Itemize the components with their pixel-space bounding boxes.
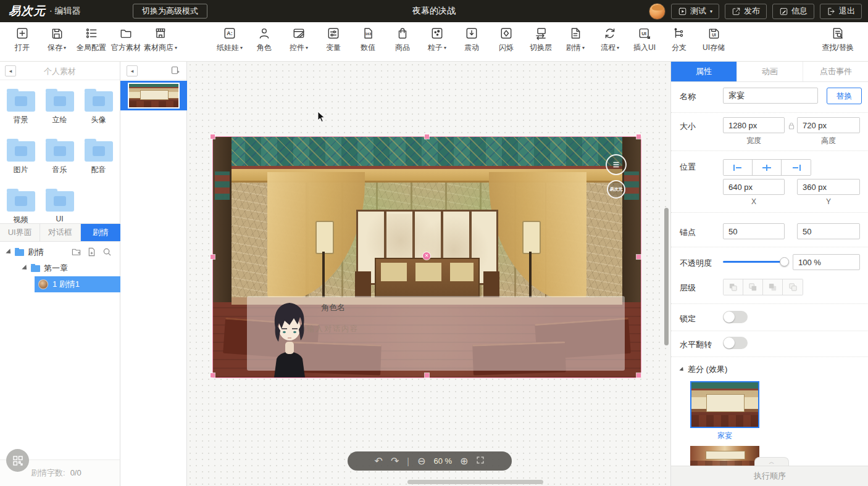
toolbar-item-store[interactable]: 素材商店▾ xyxy=(144,27,177,53)
add-folder-icon[interactable] xyxy=(72,247,81,257)
position-y-input[interactable] xyxy=(797,179,860,195)
toolbar-item-doc[interactable]: 剧情▾ xyxy=(559,27,591,53)
resize-handle-s[interactable] xyxy=(425,373,429,377)
toolbar-item-config[interactable]: 全局配置 xyxy=(75,27,107,53)
diff-variant-0[interactable]: 家宴 xyxy=(690,381,759,441)
toolbar-item-widget[interactable]: 控件▾ xyxy=(283,27,315,53)
page-thumbnail[interactable] xyxy=(128,83,180,109)
search-icon[interactable] xyxy=(102,247,112,257)
expand-triangle-icon[interactable] xyxy=(22,265,28,271)
link-size-icon[interactable] xyxy=(788,121,795,132)
zoom-out-button[interactable]: ⊖ xyxy=(417,456,425,466)
resize-handle-nw[interactable] xyxy=(211,134,215,139)
zoom-in-button[interactable]: ⊕ xyxy=(460,456,468,466)
tab-click-events[interactable]: 点击事件 xyxy=(803,62,868,81)
toolbar-item-open[interactable]: 打开 xyxy=(6,27,38,53)
asset-folder-5[interactable]: 配音 xyxy=(79,136,118,175)
asset-folder-6[interactable]: 视频 xyxy=(1,186,40,225)
diff-variant-partial[interactable] xyxy=(690,446,759,466)
expand-footer-tab[interactable]: ︿ xyxy=(754,457,789,466)
opacity-slider-knob[interactable] xyxy=(780,257,789,266)
toolbar-item-numdoc[interactable]: 163数值 xyxy=(352,27,384,53)
add-page-icon[interactable] xyxy=(170,65,180,78)
toolbar-item-branch[interactable]: 分支 xyxy=(663,27,695,53)
toolbar-item-find-replace[interactable]: 查找/替换 xyxy=(816,27,859,53)
collapse-pages-button[interactable]: ◂ xyxy=(127,65,138,76)
tab-dialog-box[interactable]: 对话框 xyxy=(40,224,80,241)
asset-folder-7[interactable]: UI xyxy=(40,186,79,225)
send-to-back-button[interactable] xyxy=(783,279,803,295)
position-x-input[interactable] xyxy=(723,179,785,195)
bring-to-front-button[interactable] xyxy=(724,279,743,295)
anchor-x-input[interactable] xyxy=(723,223,785,239)
resize-handle-w[interactable] xyxy=(211,255,215,259)
anchor-point-marker[interactable]: ✕ xyxy=(423,252,430,260)
info-button[interactable]: 信息 xyxy=(772,4,814,19)
qr-code-button[interactable] xyxy=(6,449,29,472)
bring-forward-button[interactable] xyxy=(743,279,763,295)
asset-folder-2[interactable]: 头像 xyxy=(79,86,118,125)
add-file-icon[interactable] xyxy=(87,247,96,257)
anchor-y-input[interactable] xyxy=(797,223,860,239)
scene-menu-button[interactable] xyxy=(606,154,627,175)
toolbar-item-save[interactable]: 保存▾ xyxy=(41,27,73,53)
height-input[interactable] xyxy=(797,117,860,133)
name-input[interactable] xyxy=(723,88,818,104)
toolbar-item-uisave[interactable]: UIUI存储 xyxy=(698,27,730,53)
asset-folder-0[interactable]: 背景 xyxy=(1,86,40,125)
switch-advanced-mode-button[interactable]: 切换为高级模式 xyxy=(133,4,207,19)
lock-toggle[interactable] xyxy=(723,311,748,323)
toolbar-item-sliders[interactable]: 变量 xyxy=(317,27,349,53)
align-center-button[interactable] xyxy=(753,160,782,175)
replace-button[interactable]: 替换 xyxy=(827,88,862,104)
align-left-button[interactable] xyxy=(724,160,753,175)
horizontal-scrollbar[interactable] xyxy=(407,480,543,484)
send-backward-button[interactable] xyxy=(763,279,783,295)
resize-handle-n[interactable] xyxy=(425,134,429,139)
toolbar-item-flash[interactable]: 闪烁 xyxy=(490,27,522,53)
tab-story[interactable]: 剧情 xyxy=(81,224,120,241)
tree-leaf-selected[interactable]: 1 剧情1 xyxy=(35,276,120,292)
vertical-scrollbar[interactable] xyxy=(664,208,669,345)
resize-handle-ne[interactable] xyxy=(636,134,641,139)
user-avatar[interactable] xyxy=(649,3,666,20)
toolbar-item-shake[interactable]: 震动 xyxy=(456,27,488,53)
opacity-input[interactable] xyxy=(793,254,860,270)
asset-folder-3[interactable]: 图片 xyxy=(1,136,40,175)
tree-chapter-row[interactable]: 第一章 xyxy=(0,260,120,276)
opacity-slider[interactable] xyxy=(723,261,785,263)
resize-handle-sw[interactable] xyxy=(211,373,215,377)
toolbar-item-paperdoll[interactable]: A:纸娃娃▾ xyxy=(214,27,246,53)
tree-leaf-row[interactable]: 1 剧情1 xyxy=(0,276,120,292)
toolbar-item-cycle[interactable]: 流程▾ xyxy=(594,27,626,53)
toolbar-item-person[interactable]: 角色 xyxy=(248,27,280,53)
exit-button[interactable]: 退出 xyxy=(820,4,862,19)
asset-folder-4[interactable]: 音乐 xyxy=(40,136,79,175)
toolbar-item-bag[interactable]: 商品 xyxy=(386,27,419,53)
scene-image-selected[interactable]: 角色名 请输入对话内容 易次元 xyxy=(213,137,641,377)
toolbar-item-particles[interactable]: 粒子▾ xyxy=(421,27,453,53)
diff-section-header[interactable]: 差分 (效果) xyxy=(680,364,727,375)
diff-thumbnail[interactable] xyxy=(690,381,759,428)
tab-animation[interactable]: 动画 xyxy=(737,62,803,81)
tab-properties[interactable]: 属性 xyxy=(671,62,737,81)
page-thumbnail-row-selected[interactable] xyxy=(120,81,187,110)
flip-horizontal-toggle[interactable] xyxy=(723,337,748,349)
editor-canvas[interactable]: 角色名 请输入对话内容 易次元 xyxy=(187,62,670,486)
resize-handle-se[interactable] xyxy=(636,373,641,377)
toolbar-item-insertui[interactable]: UI插入UI xyxy=(628,27,661,53)
test-button[interactable]: 测试▾ xyxy=(671,4,719,19)
asset-folder-1[interactable]: 立绘 xyxy=(40,86,79,125)
tab-ui-screen[interactable]: UI界面 xyxy=(0,224,40,241)
width-input[interactable] xyxy=(723,117,785,133)
align-right-button[interactable] xyxy=(782,160,811,175)
fullscreen-button[interactable] xyxy=(476,456,485,466)
undo-button[interactable]: ↶ xyxy=(375,456,383,466)
expand-triangle-icon[interactable] xyxy=(6,249,12,255)
toolbar-item-folder[interactable]: 官方素材 xyxy=(110,27,142,53)
tree-root-row[interactable]: 剧情 xyxy=(0,244,120,260)
publish-button[interactable]: 发布 xyxy=(725,4,767,19)
redo-button[interactable]: ↷ xyxy=(391,456,399,466)
toolbar-item-layerswap[interactable]: 切换层 xyxy=(525,27,557,53)
resize-handle-e[interactable] xyxy=(636,255,641,259)
